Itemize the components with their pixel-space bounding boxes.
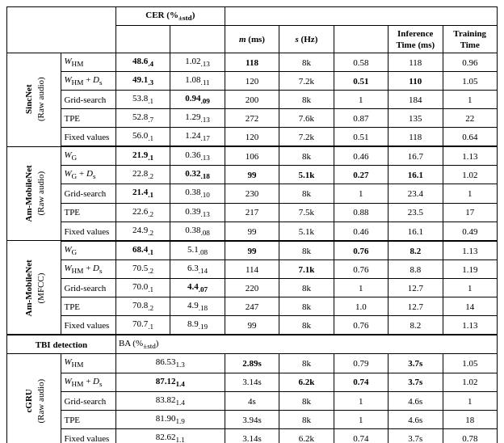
method-cell: WHM — [61, 53, 116, 71]
tbi-separator-row: TBI detectionBA (%±std) — [7, 335, 498, 354]
table-cell: 1 — [334, 90, 388, 108]
method-cell: WG — [61, 241, 116, 260]
table-cell: 8.8 — [388, 259, 443, 278]
ba-value: 83.821.4 — [116, 391, 225, 410]
table-row: cGRU(Raw audio)WHM86.531.32.89s8k0.793.7… — [7, 354, 498, 373]
table-cell: 3.94s — [225, 410, 279, 428]
table-cell: 200 — [225, 90, 279, 108]
table-cell: 0.38.08 — [170, 222, 225, 241]
table-cell: 118 — [225, 53, 279, 71]
table-cell: 0.76 — [334, 241, 388, 260]
table-cell: 3.14s — [225, 373, 279, 391]
table-cell: 8k — [279, 241, 334, 260]
table-cell: 4s — [225, 391, 279, 410]
table-cell: 68.4.1 — [116, 241, 170, 260]
table-cell: 5.1k — [279, 222, 334, 241]
table-cell: 21.4.1 — [116, 184, 170, 203]
tbi-detection-label: TBI detection — [7, 335, 116, 354]
header-row-1: CER (%±std) — [7, 7, 498, 26]
table-cell: 5.1.08 — [170, 241, 225, 260]
table-cell: 0.74 — [334, 373, 388, 391]
method-cell: TPE — [61, 109, 116, 128]
table-row: Am-MobileNet(MFCC)WG68.4.15.1.08998k0.76… — [7, 241, 498, 260]
table-cell: 1 — [443, 279, 498, 297]
table-cell: 1.02.13 — [170, 53, 225, 71]
table-cell: 14 — [443, 297, 498, 316]
table-cell: 0.32.18 — [170, 166, 225, 184]
table-cell: 8k — [279, 391, 334, 410]
table-cell: 99 — [225, 222, 279, 241]
table-cell: 3.7s — [388, 373, 443, 391]
method-cell: Grid-search — [61, 90, 116, 108]
table-row: SincNet(Raw audio)WHM48.6.41.02.131188k0… — [7, 53, 498, 71]
table-cell: 70.7.1 — [116, 316, 170, 335]
cer-header: CER (%±std) — [116, 7, 225, 26]
table-cell: 1.02 — [443, 373, 498, 391]
table-cell: 1 — [334, 279, 388, 297]
table-cell: 0.87 — [334, 109, 388, 128]
table-row: WHM + Ds49.1.31.08.111207.2k0.511101.05 — [7, 71, 498, 90]
table-cell: 8.9.19 — [170, 316, 225, 335]
ba-value: 86.531.3 — [116, 354, 225, 373]
table-row: TPE70.8.24.9.182478k1.012.714 — [7, 297, 498, 316]
training-time-header: Training Time — [443, 26, 498, 53]
table-cell: 0.78 — [443, 428, 498, 443]
table-cell: 17 — [443, 203, 498, 222]
table-cell: 1 — [334, 391, 388, 410]
table-cell: 99 — [225, 316, 279, 335]
method-cell: WG — [61, 146, 116, 166]
sentence-header — [170, 26, 225, 53]
table-cell: 12.7 — [388, 297, 443, 316]
table-cell: 8.2 — [388, 316, 443, 335]
table-row: TPE52.8.71.29.132727.6k0.8713522 — [7, 109, 498, 128]
table-cell: 21.9.1 — [116, 146, 170, 166]
table-cell: 4.6s — [388, 410, 443, 428]
table-cell: 7.2k — [279, 128, 334, 147]
table-cell: 118 — [388, 128, 443, 147]
table-cell: 0.38.10 — [170, 184, 225, 203]
table-row: Grid-search53.8.10.94.092008k11841 — [7, 90, 498, 108]
method-cell: Grid-search — [61, 391, 116, 410]
table-cell: 0.74 — [334, 428, 388, 443]
table-cell: 12.7 — [388, 279, 443, 297]
cgru-group-label: cGRU(Raw audio) — [7, 354, 61, 443]
table-row: Fixed values24.9.20.38.08995.1k0.4616.10… — [7, 222, 498, 241]
table-cell: 0.94.09 — [170, 90, 225, 108]
method-cell: WHM + Ds — [61, 373, 116, 391]
table-row: TPE22.6.20.39.132177.5k0.8823.517 — [7, 203, 498, 222]
method-cell: Fixed values — [61, 428, 116, 443]
table-cell: 70.0.1 — [116, 279, 170, 297]
table-cell: 0.76 — [334, 259, 388, 278]
table-cell: 1 — [443, 391, 498, 410]
speaker-classification-header — [7, 7, 116, 53]
table-cell: 7.1k — [279, 259, 334, 278]
table-cell: 7.5k — [279, 203, 334, 222]
table-cell: 8k — [279, 146, 334, 166]
table-row: WHM + Ds70.5.26.3.141147.1k0.768.81.19 — [7, 259, 498, 278]
table-row: Am-MobileNet(Raw audio)WG21.9.10.36.1310… — [7, 146, 498, 166]
table-cell: 1.08.11 — [170, 71, 225, 90]
table-cell: 1.02 — [443, 166, 498, 184]
table-cell: 8k — [279, 354, 334, 373]
table-cell: 22 — [443, 109, 498, 128]
method-cell: TPE — [61, 203, 116, 222]
table-cell: 8k — [279, 316, 334, 335]
ba-value: 87.121.4 — [116, 373, 225, 391]
table-cell: 4.9.18 — [170, 297, 225, 316]
table-cell: 56.0.1 — [116, 128, 170, 147]
method-cell: Fixed values — [61, 222, 116, 241]
table-cell: 8k — [279, 90, 334, 108]
group-label: Am-MobileNet(MFCC) — [7, 241, 61, 335]
table-cell: 8k — [279, 410, 334, 428]
table-cell: 18 — [443, 410, 498, 428]
ba-value: 82.621.1 — [116, 428, 225, 443]
table-cell: 7.6k — [279, 109, 334, 128]
table-cell: 8k — [279, 53, 334, 71]
group-label: Am-MobileNet(Raw audio) — [7, 146, 61, 241]
table-cell: 23.5 — [388, 203, 443, 222]
table-row: Fixed values82.621.13.14s6.2k0.743.7s0.7… — [7, 428, 498, 443]
method-cell: TPE — [61, 297, 116, 316]
table-cell: 1.05 — [443, 354, 498, 373]
table-cell: 16.1 — [388, 166, 443, 184]
table-cell: 1.29.13 — [170, 109, 225, 128]
